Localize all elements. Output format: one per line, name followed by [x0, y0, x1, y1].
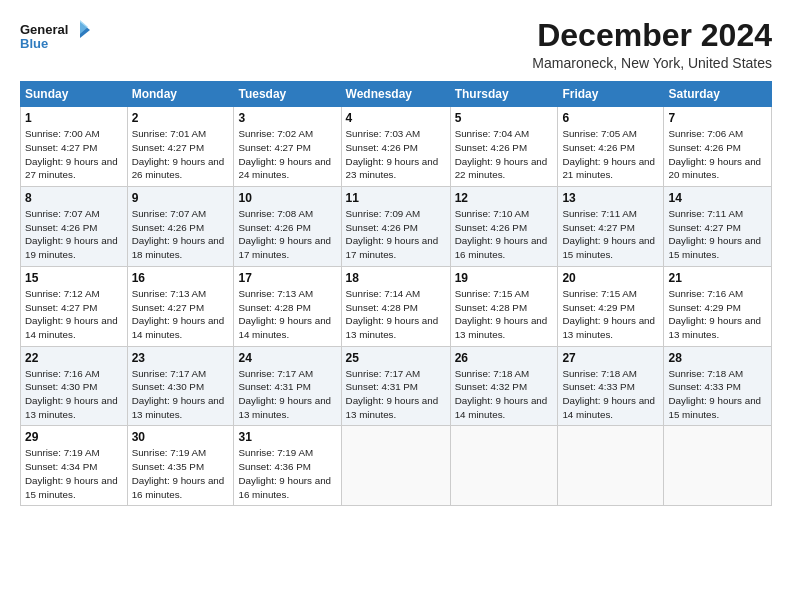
- day-detail: Sunrise: 7:19 AMSunset: 4:34 PMDaylight:…: [25, 447, 118, 499]
- day-detail: Sunrise: 7:11 AMSunset: 4:27 PMDaylight:…: [562, 208, 655, 260]
- cell-0-3: 4 Sunrise: 7:03 AMSunset: 4:26 PMDayligh…: [341, 107, 450, 187]
- day-number: 28: [668, 351, 767, 365]
- calendar-body: 1 Sunrise: 7:00 AMSunset: 4:27 PMDayligh…: [21, 107, 772, 506]
- cell-2-3: 18 Sunrise: 7:14 AMSunset: 4:28 PMDaylig…: [341, 266, 450, 346]
- day-detail: Sunrise: 7:07 AMSunset: 4:26 PMDaylight:…: [25, 208, 118, 260]
- day-number: 4: [346, 111, 446, 125]
- day-detail: Sunrise: 7:16 AMSunset: 4:30 PMDaylight:…: [25, 368, 118, 420]
- cell-1-1: 9 Sunrise: 7:07 AMSunset: 4:26 PMDayligh…: [127, 187, 234, 267]
- day-detail: Sunrise: 7:18 AMSunset: 4:33 PMDaylight:…: [562, 368, 655, 420]
- cell-2-6: 21 Sunrise: 7:16 AMSunset: 4:29 PMDaylig…: [664, 266, 772, 346]
- day-number: 18: [346, 271, 446, 285]
- cell-4-5: [558, 426, 664, 506]
- day-detail: Sunrise: 7:15 AMSunset: 4:29 PMDaylight:…: [562, 288, 655, 340]
- page: General Blue December 2024 Mamaroneck, N…: [0, 0, 792, 612]
- cell-4-2: 31 Sunrise: 7:19 AMSunset: 4:36 PMDaylig…: [234, 426, 341, 506]
- cell-3-1: 23 Sunrise: 7:17 AMSunset: 4:30 PMDaylig…: [127, 346, 234, 426]
- day-number: 17: [238, 271, 336, 285]
- day-number: 2: [132, 111, 230, 125]
- day-detail: Sunrise: 7:06 AMSunset: 4:26 PMDaylight:…: [668, 128, 761, 180]
- cell-4-0: 29 Sunrise: 7:19 AMSunset: 4:34 PMDaylig…: [21, 426, 128, 506]
- day-number: 10: [238, 191, 336, 205]
- cell-4-1: 30 Sunrise: 7:19 AMSunset: 4:35 PMDaylig…: [127, 426, 234, 506]
- header-monday: Monday: [127, 82, 234, 107]
- calendar-header-row: SundayMondayTuesdayWednesdayThursdayFrid…: [21, 82, 772, 107]
- day-detail: Sunrise: 7:03 AMSunset: 4:26 PMDaylight:…: [346, 128, 439, 180]
- cell-0-2: 3 Sunrise: 7:02 AMSunset: 4:27 PMDayligh…: [234, 107, 341, 187]
- cell-2-5: 20 Sunrise: 7:15 AMSunset: 4:29 PMDaylig…: [558, 266, 664, 346]
- cell-2-0: 15 Sunrise: 7:12 AMSunset: 4:27 PMDaylig…: [21, 266, 128, 346]
- day-number: 29: [25, 430, 123, 444]
- day-detail: Sunrise: 7:00 AMSunset: 4:27 PMDaylight:…: [25, 128, 118, 180]
- day-number: 14: [668, 191, 767, 205]
- cell-1-3: 11 Sunrise: 7:09 AMSunset: 4:26 PMDaylig…: [341, 187, 450, 267]
- week-row-4: 22 Sunrise: 7:16 AMSunset: 4:30 PMDaylig…: [21, 346, 772, 426]
- day-number: 24: [238, 351, 336, 365]
- day-detail: Sunrise: 7:19 AMSunset: 4:35 PMDaylight:…: [132, 447, 225, 499]
- day-detail: Sunrise: 7:17 AMSunset: 4:31 PMDaylight:…: [346, 368, 439, 420]
- month-title: December 2024: [532, 18, 772, 53]
- cell-3-4: 26 Sunrise: 7:18 AMSunset: 4:32 PMDaylig…: [450, 346, 558, 426]
- day-detail: Sunrise: 7:18 AMSunset: 4:32 PMDaylight:…: [455, 368, 548, 420]
- day-number: 8: [25, 191, 123, 205]
- day-detail: Sunrise: 7:09 AMSunset: 4:26 PMDaylight:…: [346, 208, 439, 260]
- location-title: Mamaroneck, New York, United States: [532, 55, 772, 71]
- cell-1-2: 10 Sunrise: 7:08 AMSunset: 4:26 PMDaylig…: [234, 187, 341, 267]
- day-number: 5: [455, 111, 554, 125]
- day-detail: Sunrise: 7:14 AMSunset: 4:28 PMDaylight:…: [346, 288, 439, 340]
- header-friday: Friday: [558, 82, 664, 107]
- cell-1-0: 8 Sunrise: 7:07 AMSunset: 4:26 PMDayligh…: [21, 187, 128, 267]
- title-block: December 2024 Mamaroneck, New York, Unit…: [532, 18, 772, 71]
- svg-text:Blue: Blue: [20, 36, 48, 51]
- day-number: 6: [562, 111, 659, 125]
- logo-svg: General Blue: [20, 18, 90, 56]
- day-number: 3: [238, 111, 336, 125]
- logo: General Blue: [20, 18, 90, 56]
- day-number: 25: [346, 351, 446, 365]
- day-detail: Sunrise: 7:10 AMSunset: 4:26 PMDaylight:…: [455, 208, 548, 260]
- day-detail: Sunrise: 7:19 AMSunset: 4:36 PMDaylight:…: [238, 447, 331, 499]
- day-number: 16: [132, 271, 230, 285]
- day-number: 9: [132, 191, 230, 205]
- cell-1-4: 12 Sunrise: 7:10 AMSunset: 4:26 PMDaylig…: [450, 187, 558, 267]
- cell-3-0: 22 Sunrise: 7:16 AMSunset: 4:30 PMDaylig…: [21, 346, 128, 426]
- header-saturday: Saturday: [664, 82, 772, 107]
- cell-2-4: 19 Sunrise: 7:15 AMSunset: 4:28 PMDaylig…: [450, 266, 558, 346]
- week-row-2: 8 Sunrise: 7:07 AMSunset: 4:26 PMDayligh…: [21, 187, 772, 267]
- cell-4-3: [341, 426, 450, 506]
- day-number: 30: [132, 430, 230, 444]
- day-detail: Sunrise: 7:07 AMSunset: 4:26 PMDaylight:…: [132, 208, 225, 260]
- cell-2-2: 17 Sunrise: 7:13 AMSunset: 4:28 PMDaylig…: [234, 266, 341, 346]
- header-wednesday: Wednesday: [341, 82, 450, 107]
- cell-0-1: 2 Sunrise: 7:01 AMSunset: 4:27 PMDayligh…: [127, 107, 234, 187]
- day-detail: Sunrise: 7:12 AMSunset: 4:27 PMDaylight:…: [25, 288, 118, 340]
- day-number: 7: [668, 111, 767, 125]
- day-number: 11: [346, 191, 446, 205]
- day-detail: Sunrise: 7:04 AMSunset: 4:26 PMDaylight:…: [455, 128, 548, 180]
- header-tuesday: Tuesday: [234, 82, 341, 107]
- day-detail: Sunrise: 7:02 AMSunset: 4:27 PMDaylight:…: [238, 128, 331, 180]
- day-detail: Sunrise: 7:13 AMSunset: 4:27 PMDaylight:…: [132, 288, 225, 340]
- day-number: 20: [562, 271, 659, 285]
- cell-3-6: 28 Sunrise: 7:18 AMSunset: 4:33 PMDaylig…: [664, 346, 772, 426]
- day-number: 13: [562, 191, 659, 205]
- day-number: 26: [455, 351, 554, 365]
- cell-0-5: 6 Sunrise: 7:05 AMSunset: 4:26 PMDayligh…: [558, 107, 664, 187]
- day-detail: Sunrise: 7:15 AMSunset: 4:28 PMDaylight:…: [455, 288, 548, 340]
- day-number: 22: [25, 351, 123, 365]
- cell-2-1: 16 Sunrise: 7:13 AMSunset: 4:27 PMDaylig…: [127, 266, 234, 346]
- cell-3-5: 27 Sunrise: 7:18 AMSunset: 4:33 PMDaylig…: [558, 346, 664, 426]
- day-detail: Sunrise: 7:17 AMSunset: 4:30 PMDaylight:…: [132, 368, 225, 420]
- day-number: 1: [25, 111, 123, 125]
- header-thursday: Thursday: [450, 82, 558, 107]
- header-sunday: Sunday: [21, 82, 128, 107]
- cell-3-3: 25 Sunrise: 7:17 AMSunset: 4:31 PMDaylig…: [341, 346, 450, 426]
- week-row-3: 15 Sunrise: 7:12 AMSunset: 4:27 PMDaylig…: [21, 266, 772, 346]
- day-detail: Sunrise: 7:08 AMSunset: 4:26 PMDaylight:…: [238, 208, 331, 260]
- day-detail: Sunrise: 7:18 AMSunset: 4:33 PMDaylight:…: [668, 368, 761, 420]
- week-row-1: 1 Sunrise: 7:00 AMSunset: 4:27 PMDayligh…: [21, 107, 772, 187]
- day-number: 21: [668, 271, 767, 285]
- cell-0-6: 7 Sunrise: 7:06 AMSunset: 4:26 PMDayligh…: [664, 107, 772, 187]
- cell-1-5: 13 Sunrise: 7:11 AMSunset: 4:27 PMDaylig…: [558, 187, 664, 267]
- cell-1-6: 14 Sunrise: 7:11 AMSunset: 4:27 PMDaylig…: [664, 187, 772, 267]
